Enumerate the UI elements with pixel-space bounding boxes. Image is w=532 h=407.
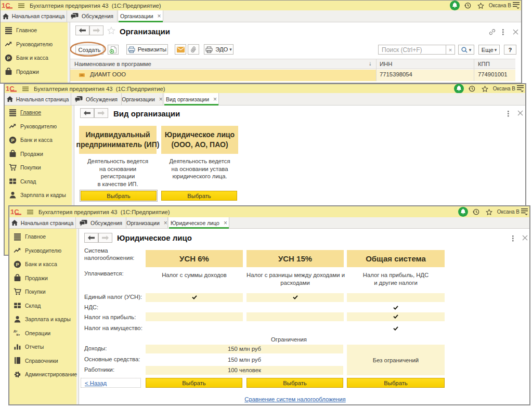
svg-text:Дт: Дт (14, 329, 17, 333)
svg-text:Р: Р (16, 262, 19, 267)
svg-text:Р: Р (11, 138, 15, 143)
svg-text:Р: Р (7, 56, 10, 61)
svg-text:Кт: Кт (17, 333, 20, 336)
